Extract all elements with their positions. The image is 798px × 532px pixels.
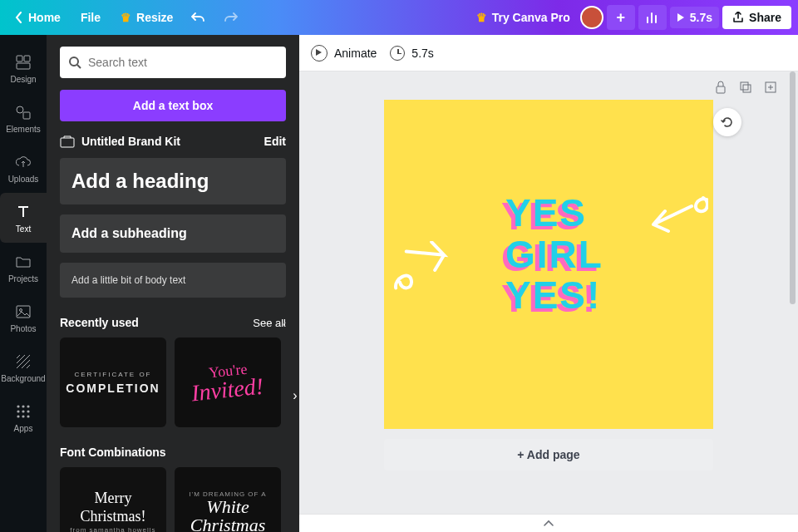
back-button[interactable]: Home (7, 6, 69, 29)
animate-button[interactable]: Animate (311, 45, 377, 62)
footer-bar (299, 514, 798, 532)
chevron-up-icon[interactable] (543, 520, 554, 528)
canvas-stage[interactable]: YES GIRL YES! YES GIRL YES! + Add page (299, 71, 798, 514)
rail-photos[interactable]: Photos (0, 293, 47, 342)
text-template-thumb[interactable]: Merry Christmas! from samantha howells (60, 467, 166, 532)
recently-used-row: CERTIFICATE OF COMPLETION You're Invited… (60, 337, 286, 427)
resize-label: Resize (136, 11, 173, 24)
present-button[interactable]: 5.7s (670, 7, 719, 28)
duplicate-icon[interactable] (738, 80, 753, 95)
rail-elements[interactable]: Elements (0, 93, 47, 143)
arrow-decoration-right (642, 191, 708, 241)
rail-elements-label: Elements (6, 125, 41, 134)
rail-apps[interactable]: Apps (0, 392, 47, 442)
add-page-label: + Add page (517, 448, 579, 461)
brand-kit-row: Untitled Brand Kit Edit (60, 135, 286, 148)
rail-design-label: Design (10, 75, 36, 84)
add-page-button[interactable]: + Add page (384, 439, 713, 470)
file-menu[interactable]: File (72, 6, 109, 29)
svg-rect-0 (17, 56, 22, 62)
rail-projects[interactable]: Projects (0, 243, 47, 293)
bar-chart-icon (646, 12, 659, 23)
add-subheading-button[interactable]: Add a subheading (60, 214, 286, 253)
vertical-scrollbar[interactable] (788, 71, 796, 514)
brand-kit-edit[interactable]: Edit (264, 135, 286, 148)
background-icon (14, 352, 32, 371)
svg-point-15 (27, 415, 29, 417)
duration-label: 5.7s (411, 47, 433, 60)
svg-point-14 (22, 415, 24, 417)
lock-icon[interactable] (713, 80, 728, 95)
svg-point-8 (22, 405, 24, 407)
add-body-label: Add a little bit of body text (71, 274, 185, 286)
svg-point-16 (70, 57, 78, 66)
add-body-text-button[interactable]: Add a little bit of body text (60, 263, 286, 298)
crown-icon: ♛ (476, 11, 487, 24)
recently-used-label: Recently used (60, 316, 139, 329)
apps-icon (14, 402, 32, 421)
text-template-thumb[interactable]: I'M DREAMING OF A White Christmas (175, 467, 281, 532)
see-all-link[interactable]: See all (253, 317, 286, 329)
collapse-panel-button[interactable]: ‹ (283, 318, 296, 341)
resize-button[interactable]: ♛ Resize (112, 6, 181, 29)
rail-design[interactable]: Design (0, 43, 47, 93)
add-text-box-button[interactable]: Add a text box (60, 90, 286, 121)
rail-text-label: Text (16, 224, 31, 234)
arrow-decoration-left (391, 241, 449, 291)
thumb-line: CERTIFICATE OF (74, 371, 151, 378)
thumb-line: Christmas (190, 516, 265, 533)
file-label: File (81, 11, 101, 24)
rail-background[interactable]: Background (0, 342, 47, 392)
undo-icon (191, 12, 206, 23)
add-heading-label: Add a heading (71, 170, 209, 192)
add-page-icon[interactable] (763, 80, 778, 95)
rail-background-label: Background (1, 374, 45, 383)
add-member-button[interactable]: + (607, 5, 635, 30)
folder-icon (14, 253, 32, 271)
try-pro-label: Try Canva Pro (492, 11, 570, 24)
svg-rect-4 (23, 112, 30, 119)
try-pro-button[interactable]: ♛ Try Canva Pro (470, 7, 577, 28)
search-icon (68, 56, 81, 69)
chevron-left-icon (15, 12, 23, 23)
thumb-line: Invited! (190, 372, 265, 406)
rail-uploads[interactable]: Uploads (0, 143, 47, 193)
canvas-toolbar: Animate 5.7s (299, 35, 798, 71)
search-input[interactable] (88, 56, 278, 69)
redo-button[interactable] (216, 5, 244, 30)
scroll-thumb[interactable] (790, 71, 796, 304)
svg-point-12 (27, 410, 29, 412)
animate-label: Animate (334, 47, 377, 60)
rail-photos-label: Photos (10, 324, 36, 333)
rail-uploads-label: Uploads (8, 175, 39, 184)
duration-button[interactable]: 5.7s (390, 46, 433, 61)
rotate-button[interactable] (713, 108, 741, 136)
add-heading-button[interactable]: Add a heading (60, 158, 286, 204)
photo-icon (14, 303, 32, 321)
thumb-line: Christmas! (81, 509, 146, 525)
search-input-wrap[interactable] (60, 47, 286, 78)
design-page[interactable]: YES GIRL YES! YES GIRL YES! (384, 100, 713, 429)
row-next-button[interactable]: › (289, 384, 299, 407)
clock-icon (390, 46, 405, 61)
text-line: YES (505, 191, 587, 234)
text-template-thumb[interactable]: CERTIFICATE OF COMPLETION (60, 337, 166, 427)
canvas-text[interactable]: YES GIRL YES! YES GIRL YES! (505, 193, 603, 317)
svg-rect-17 (61, 138, 74, 147)
redo-icon (223, 12, 238, 23)
animate-icon (311, 45, 328, 62)
svg-rect-2 (17, 63, 30, 69)
rail-text[interactable]: Text (0, 193, 47, 243)
undo-button[interactable] (185, 5, 213, 30)
add-subheading-label: Add a subheading (71, 226, 187, 240)
insights-button[interactable] (638, 5, 667, 30)
font-combos-row: Merry Christmas! from samantha howells I… (60, 467, 286, 532)
text-template-thumb[interactable]: You're Invited! (175, 337, 281, 427)
text-line: YES! (505, 273, 601, 317)
share-label: Share (749, 11, 781, 24)
add-text-box-label: Add a text box (133, 99, 213, 112)
crown-icon: ♛ (121, 11, 131, 24)
avatar[interactable] (580, 6, 603, 29)
share-button[interactable]: Share (722, 6, 791, 29)
thumb-line: COMPLETION (66, 382, 160, 395)
